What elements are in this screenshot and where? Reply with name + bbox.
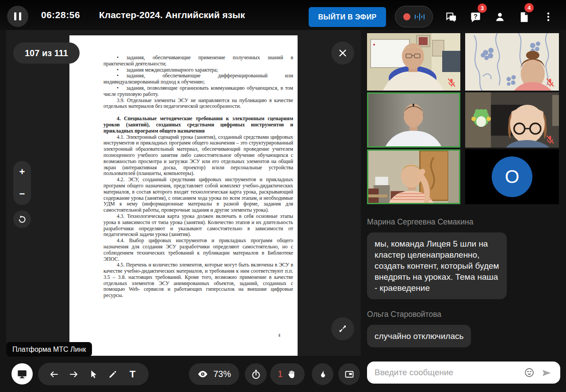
pen-tool-button[interactable] bbox=[106, 368, 119, 381]
rotate-button[interactable] bbox=[13, 210, 31, 228]
attention-percent: 73% bbox=[213, 369, 231, 379]
annotation-tools: T bbox=[38, 363, 149, 385]
top-bar: 06:28:56 Кластер-2024. Английский язык В… bbox=[0, 0, 566, 30]
text-tool-button[interactable]: T bbox=[126, 368, 139, 381]
video-tile-participant-1[interactable] bbox=[367, 33, 460, 91]
chat-button[interactable] bbox=[444, 10, 458, 24]
page-indicator: 107 из 111 bbox=[13, 42, 80, 64]
expand-icon bbox=[337, 323, 348, 334]
eye-icon bbox=[197, 368, 209, 380]
chat-sender: Марина Сергеевна Семакина bbox=[367, 217, 562, 227]
zoom-controls: + − bbox=[13, 161, 31, 205]
viewers-count-button[interactable]: 73% bbox=[189, 363, 239, 385]
video-tile-participant-5[interactable] bbox=[367, 149, 460, 204]
video-tile-participant-2[interactable] bbox=[465, 33, 559, 91]
doc-paragraph-num: 4.5. Перечень и количество элементов, ко… bbox=[103, 262, 293, 299]
questions-badge: 3 bbox=[478, 4, 487, 13]
audio-waveform-icon bbox=[415, 13, 425, 20]
record-dot-icon bbox=[403, 13, 410, 20]
doc-paragraph-num: 4.1. Электронный сценарий урока (занятия… bbox=[103, 134, 293, 177]
person-icon bbox=[494, 11, 506, 23]
monitor-icon bbox=[16, 368, 28, 380]
pip-icon bbox=[344, 369, 355, 380]
mic-muted-icon bbox=[545, 134, 555, 145]
pause-button[interactable] bbox=[7, 6, 28, 27]
page-title: Кластер-2024. Английский язык bbox=[99, 0, 245, 30]
pause-icon bbox=[14, 12, 21, 20]
participant-3-video bbox=[368, 94, 459, 146]
video-tile-participant-3[interactable] bbox=[367, 92, 460, 148]
chat-icon bbox=[445, 11, 457, 23]
rotate-icon bbox=[17, 214, 27, 224]
chat-input-area bbox=[367, 362, 560, 384]
doc-paragraph-num: 4.3. Технологическая карта урока должен … bbox=[103, 213, 293, 238]
chat-message-bubble: случайно отключилась bbox=[367, 325, 471, 347]
chat-message: Марина Сергеевна Семакинамы, команда Лиц… bbox=[367, 217, 562, 299]
doc-paragraph-num: 3.9. Отдельные элементы ЭСУ не направляю… bbox=[103, 98, 293, 110]
doc-paragraph-bullet: • задания, обеспечивающие применение пол… bbox=[103, 55, 293, 67]
zoom-out-button[interactable]: − bbox=[13, 189, 31, 199]
document-page-number: 4 bbox=[278, 332, 281, 339]
fullscreen-button[interactable] bbox=[331, 317, 354, 340]
stopwatch-icon bbox=[250, 369, 262, 380]
files-badge: 4 bbox=[524, 3, 534, 12]
file-icon bbox=[518, 11, 530, 23]
more-menu-button[interactable] bbox=[541, 10, 555, 24]
document-page: • задания, обеспечивающие применение пол… bbox=[69, 35, 298, 356]
go-offair-button[interactable]: ВЫЙТИ В ЭФИР bbox=[309, 7, 386, 27]
doc-paragraph-bullet: • задания междисциплинарного характера; bbox=[103, 67, 293, 73]
participants-button[interactable] bbox=[493, 10, 507, 24]
platform-tooltip: Платформа МТС Линк bbox=[6, 342, 92, 357]
screen-share-button[interactable] bbox=[11, 363, 33, 384]
svg-text:?: ? bbox=[474, 12, 478, 19]
raised-hands-count: 1 bbox=[278, 369, 283, 379]
avatar: O bbox=[492, 156, 532, 197]
redo-button[interactable] bbox=[67, 368, 80, 381]
kebab-menu-icon bbox=[543, 11, 554, 23]
arrow-right-icon bbox=[69, 369, 79, 380]
document-text: • задания, обеспечивающие применение пол… bbox=[103, 55, 293, 299]
undo-button[interactable] bbox=[47, 368, 61, 381]
bottom-toolbar: T 73% 1 bbox=[0, 356, 363, 392]
picture-in-picture-button[interactable] bbox=[338, 363, 360, 385]
pointer-tool-button[interactable] bbox=[87, 368, 100, 381]
raised-hands-button[interactable]: 1 bbox=[270, 363, 305, 385]
video-tile-participant-4[interactable] bbox=[465, 92, 559, 148]
flame-icon bbox=[317, 369, 328, 380]
close-document-button[interactable] bbox=[331, 42, 354, 65]
cursor-icon bbox=[88, 369, 98, 379]
doc-paragraph-bullet: • задания, обеспечивающие дифференцирова… bbox=[103, 73, 293, 85]
doc-paragraph-bullet: • задания, позволяющие организовать комм… bbox=[103, 85, 293, 98]
chat-sender: Ольга Старовойтова bbox=[367, 310, 562, 319]
mic-muted-icon bbox=[446, 77, 457, 88]
question-bubble-icon: ? bbox=[470, 11, 482, 23]
video-tile-participant-6[interactable]: O bbox=[465, 149, 559, 204]
timer-button[interactable] bbox=[245, 363, 267, 385]
pencil-icon bbox=[108, 369, 118, 379]
chat-message: Ольга Старовойтоваслучайно отключилась bbox=[367, 310, 562, 347]
reactions-button[interactable] bbox=[312, 363, 333, 385]
doc-paragraph-num: 4.4. Выбор цифровых инструментов и прикл… bbox=[103, 238, 293, 262]
document-viewer: 107 из 111 • задания, обеспечивающие при… bbox=[6, 30, 361, 356]
recording-indicator[interactable] bbox=[395, 6, 433, 27]
send-icon[interactable] bbox=[541, 367, 552, 379]
close-icon bbox=[338, 48, 348, 58]
doc-paragraph-num: 4.2. ЭСУ, созданный средствами цифровых … bbox=[103, 177, 293, 213]
chat-messages: Марина Сергеевна Семакинамы, команда Лиц… bbox=[367, 217, 562, 358]
emoji-icon[interactable] bbox=[524, 367, 535, 378]
doc-paragraph-heading: 4. Специальные методические требования к… bbox=[103, 116, 293, 134]
zoom-in-button[interactable]: + bbox=[13, 167, 31, 177]
arrow-left-icon bbox=[49, 369, 59, 380]
participant-5-video bbox=[368, 151, 459, 203]
sidebar: O Марина Сергеевна Семакинамы, команда Л… bbox=[361, 30, 566, 392]
chat-message-bubble: мы, команда Лицея 5 шли на кластер целен… bbox=[367, 232, 507, 299]
stream-timer: 06:28:56 bbox=[41, 0, 80, 30]
mic-muted-icon bbox=[545, 77, 555, 88]
raised-hand-icon bbox=[287, 369, 297, 380]
